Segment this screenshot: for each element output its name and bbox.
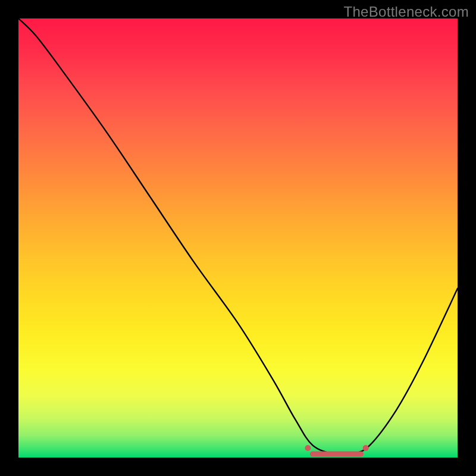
flat-end-left: [305, 445, 311, 451]
flat-end-right: [363, 445, 369, 451]
watermark-text: TheBottleneck.com: [343, 4, 469, 20]
chart-frame: TheBottleneck.com: [0, 0, 476, 476]
bottleneck-curve: [18, 18, 458, 458]
plot-area: [18, 18, 458, 458]
curve-path: [18, 18, 458, 455]
